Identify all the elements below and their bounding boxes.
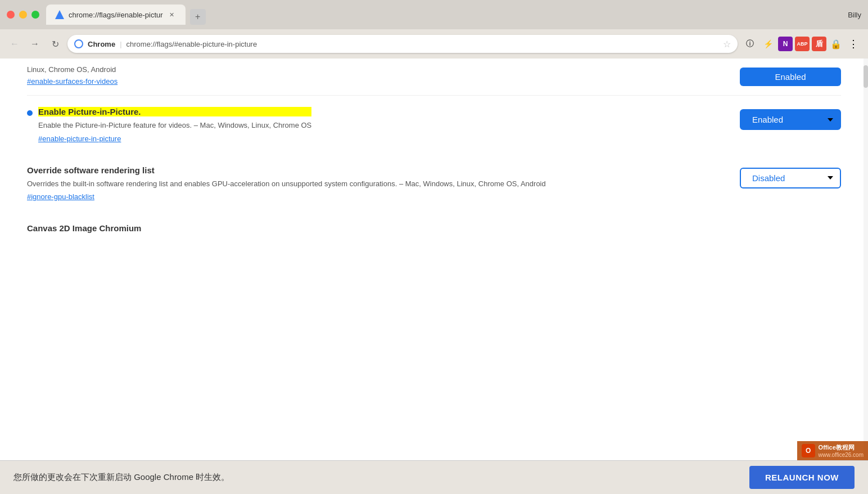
close-button[interactable] — [7, 11, 15, 19]
flag-override-link[interactable]: #ignore-gpu-blacklist — [27, 192, 561, 201]
bookmark-icon[interactable]: ☆ — [723, 39, 731, 50]
flag-pip-dot — [27, 110, 33, 116]
office-watermark-text: Office教程网 www.office26.com — [819, 443, 864, 458]
page-content: Linux, Chrome OS, Android #enable-surfac… — [0, 59, 868, 460]
flag-pip-entry: Enable Picture-in-Picture. Enable the Pi… — [27, 96, 841, 154]
site-security-icon — [74, 39, 83, 48]
lock-extension[interactable]: 🔒 — [829, 37, 843, 51]
prev-flag-control: Enabled — [740, 68, 841, 86]
flag-canvas-info: Canvas 2D Image Chromium — [27, 223, 561, 233]
window-controls — [7, 11, 39, 19]
prev-flag-platforms: Linux, Chrome OS, Android — [27, 65, 561, 74]
tab-title: chrome://flags/#enable-pictur — [69, 11, 163, 19]
relaunch-notice: 您所做的更改会在下次重新启动 Google Chrome 时生效。 — [13, 472, 229, 483]
url-bar[interactable]: Chrome | chrome://flags/#enable-picture-… — [67, 35, 738, 53]
back-button[interactable]: ← — [7, 36, 22, 52]
flag-override-control[interactable]: Default Enabled Disabled — [740, 168, 841, 188]
new-tab-button[interactable]: + — [190, 9, 206, 25]
active-tab[interactable]: chrome://flags/#enable-pictur ✕ — [46, 5, 186, 25]
minimize-button[interactable] — [19, 11, 27, 19]
url-site-name: Chrome — [88, 40, 115, 48]
tab-close-button[interactable]: ✕ — [168, 10, 177, 19]
360-extension[interactable]: 盾 — [812, 37, 826, 51]
flag-override-title: Override software rendering list — [27, 165, 561, 175]
reload-button[interactable]: ↻ — [47, 36, 63, 52]
bottom-bar: 您所做的更改会在下次重新启动 Google Chrome 时生效。 RELAUN… — [0, 460, 868, 494]
flag-pip-control[interactable]: Default Enabled Disabled — [740, 109, 841, 130]
maximize-button[interactable] — [31, 11, 39, 19]
url-text: chrome://flags/#enable-picture-in-pictur… — [126, 40, 718, 48]
flag-pip-select[interactable]: Default Enabled Disabled — [740, 109, 841, 130]
office-url: www.office26.com — [819, 452, 864, 458]
adblock-extension[interactable]: ABP — [795, 37, 810, 51]
scrollbar-thumb[interactable] — [864, 65, 868, 88]
flag-override-desc: Overrides the built-in software renderin… — [27, 178, 561, 190]
onenote-extension[interactable]: N — [778, 37, 793, 51]
prev-flag-enabled-button[interactable]: Enabled — [740, 68, 841, 86]
info-icon[interactable]: ⓘ — [742, 36, 758, 52]
toolbar-icons: ⓘ ⚡ N ABP 盾 🔒 ⋮ — [742, 36, 861, 52]
flag-override-entry: Override software rendering list Overrid… — [27, 154, 841, 213]
flag-pip-desc: Enable the Picture-in-Picture feature fo… — [38, 120, 311, 131]
flag-pip-title-row: Enable Picture-in-Picture. Enable the Pi… — [27, 107, 311, 143]
address-bar: ← → ↻ Chrome | chrome://flags/#enable-pi… — [0, 29, 868, 59]
office-site-name: Office教程网 — [819, 443, 864, 452]
prev-flag-info: Linux, Chrome OS, Android #enable-surfac… — [27, 65, 561, 86]
lightning-icon[interactable]: ⚡ — [760, 36, 776, 52]
office-watermark: O Office教程网 www.office26.com — [797, 441, 868, 460]
user-name: Billy — [848, 11, 861, 19]
prev-flag-entry: Linux, Chrome OS, Android #enable-surfac… — [27, 59, 841, 96]
flag-pip-info: Enable Picture-in-Picture. Enable the Pi… — [38, 107, 311, 143]
flag-override-info: Override software rendering list Overrid… — [27, 165, 561, 201]
title-bar: chrome://flags/#enable-pictur ✕ + Billy — [0, 0, 868, 29]
office-logo-icon: O — [802, 444, 815, 457]
url-separator: | — [120, 40, 121, 48]
flag-canvas-entry: Canvas 2D Image Chromium — [27, 212, 841, 233]
relaunch-button[interactable]: RELAUNCH NOW — [749, 466, 855, 489]
flag-pip-link[interactable]: #enable-picture-in-picture — [38, 134, 311, 143]
menu-button[interactable]: ⋮ — [846, 36, 861, 52]
flag-canvas-title: Canvas 2D Image Chromium — [27, 223, 561, 233]
flag-pip-title: Enable Picture-in-Picture. — [38, 107, 311, 116]
tab-bar: chrome://flags/#enable-pictur ✕ + — [46, 5, 848, 25]
prev-flag-link[interactable]: #enable-surfaces-for-videos — [27, 77, 117, 86]
forward-button[interactable]: → — [27, 36, 43, 52]
scrollbar[interactable] — [864, 59, 868, 460]
flag-override-select[interactable]: Default Enabled Disabled — [740, 168, 841, 188]
tab-favicon — [55, 10, 64, 19]
